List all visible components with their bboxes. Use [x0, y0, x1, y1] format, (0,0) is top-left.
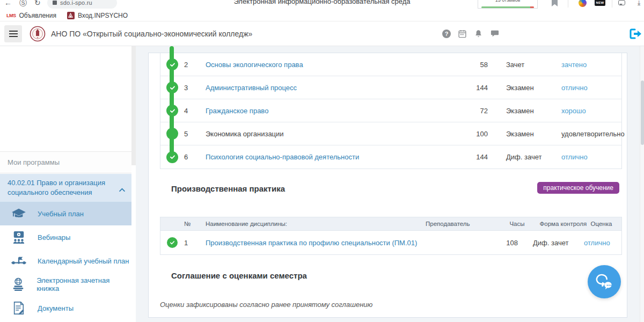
window-scrollbar[interactable] — [640, 46, 644, 322]
bookmarks-bar: LMS Объявления Вход.INPSYCHO — [0, 10, 644, 21]
sidebar-item-documents[interactable]: Документы — [0, 296, 131, 320]
bell-icon[interactable] — [474, 29, 483, 38]
bookmark-announcements[interactable]: LMS Объявления — [3, 12, 60, 19]
table-row: 2 Основы экологического права 58 Зачет з… — [160, 53, 621, 76]
bookmark-inpsycho[interactable]: Вход.INPSYCHO — [64, 12, 131, 19]
control-form: Диф. зачет — [522, 239, 584, 247]
sidebar-item-label: Электронная зачетная книжка — [36, 276, 131, 292]
discipline-name: Экономика организации — [206, 130, 436, 138]
section-title-practice: Производственная практика — [171, 184, 285, 193]
dot-badge-icon — [166, 128, 178, 140]
screen: ← Ⓢ ↻ sdo.i-spo.ru Электронная информаци… — [0, 0, 644, 322]
globe-books-icon — [0, 277, 36, 291]
sidebar-item-label: Календарный учебный план — [38, 257, 129, 265]
sidebar-item-label: Вебинары — [38, 233, 70, 241]
hours-value: 72 — [436, 107, 490, 115]
browser-chrome: ← Ⓢ ↻ sdo.i-spo.ru Электронная информаци… — [0, 0, 644, 10]
table-row: 6 Психология социально-правовой деятельн… — [160, 145, 621, 169]
practice-type-badge: практическое обучение — [537, 182, 619, 194]
sidebar: Мои программы 40.02.01 Право и организац… — [0, 46, 136, 322]
main-content: 2 Основы экологического права 58 Зачет з… — [136, 46, 640, 322]
bookmark-flag-icon[interactable] — [552, 0, 558, 6]
support-chat-button[interactable] — [588, 265, 621, 298]
hours-value: 144 — [436, 84, 490, 92]
chat-icon[interactable] — [490, 29, 500, 38]
row-number: 5 — [184, 130, 206, 138]
check-badge-icon — [166, 58, 178, 70]
webinar-icon — [0, 231, 38, 244]
page-title: Электронная информационно-образовательна… — [0, 0, 644, 5]
reviews-rating-bar — [481, 6, 534, 8]
grade-link[interactable]: отлично — [584, 239, 610, 247]
grade-value: удовлетворительно — [546, 130, 622, 138]
control-form: Экзамен — [490, 107, 546, 115]
control-form: Зачет — [490, 61, 546, 69]
sidebar-item-label: Учебный план — [38, 210, 84, 218]
scrollbar-thumb[interactable] — [641, 80, 644, 145]
discipline-link[interactable]: Психология социально-правовой деятельнос… — [206, 153, 359, 161]
table-row: 1 Производственная практика по профилю с… — [160, 231, 621, 254]
college-logo[interactable] — [30, 26, 46, 44]
app-header: АНО ПО «Открытый социально-экономический… — [0, 21, 644, 46]
sidebar-section-title: Мои программы — [0, 152, 131, 173]
header-icons: ? — [442, 29, 500, 38]
graduation-cap-icon — [0, 208, 38, 219]
hours-value: 100 — [436, 130, 490, 138]
chat-bubbles-icon — [594, 273, 614, 291]
practice-table: № Наименование дисциплины: Преподаватель… — [160, 217, 622, 255]
new-badge-extension[interactable]: NEW — [595, 0, 605, 6]
table-row: 3 Административный процесс 144 Экзамен о… — [160, 76, 621, 99]
col-header-teacher: Преподаватель — [426, 221, 470, 227]
discipline-link[interactable]: Гражданское право — [206, 107, 268, 115]
discipline-link[interactable]: Основы экологического права — [206, 61, 303, 69]
hours-value: 144 — [436, 153, 490, 161]
row-number: 6 — [184, 153, 206, 161]
control-form: Экзамен — [490, 84, 546, 92]
grade-link[interactable]: хорошо — [561, 107, 586, 115]
section-title-agreement: Соглашение с оценками семестра — [171, 271, 307, 280]
sidebar-item-curriculum[interactable]: Учебный план — [0, 202, 131, 225]
sidebar-scrollbar[interactable] — [131, 46, 136, 165]
col-header-grade: Оценка — [591, 221, 628, 227]
col-header-form: Форма контроля — [529, 221, 591, 227]
timeline-icon — [0, 255, 38, 266]
browser-extension-icon[interactable] — [579, 0, 587, 7]
discipline-link[interactable]: Административный процесс — [206, 84, 297, 92]
help-icon[interactable]: ? — [442, 30, 451, 38]
row-number: 3 — [184, 84, 206, 92]
sidebar-empty-panel — [0, 46, 131, 152]
sidebar-program-item[interactable]: 40.02.01 Право и организация социального… — [0, 174, 131, 202]
triangle-favicon — [67, 12, 75, 19]
control-form: Экзамен — [490, 130, 546, 138]
col-header-num: № — [184, 221, 206, 227]
grade-link[interactable]: отлично — [561, 84, 588, 92]
chat-extension-icon[interactable] — [618, 0, 625, 5]
curriculum-card: 2 Основы экологического права 58 Зачет з… — [148, 53, 627, 318]
reviews-extension[interactable]: 15 отзывов — [478, 0, 538, 9]
sidebar-nav: Учебный план Вебинары — [0, 202, 131, 320]
sidebar-item-gradebook[interactable]: Электронная зачетная книжка — [0, 273, 131, 296]
row-number: 1 — [184, 239, 206, 247]
sidebar-item-label: Документы — [38, 304, 74, 312]
org-title: АНО ПО «Открытый социально-экономический… — [51, 30, 252, 38]
grade-link[interactable]: зачтено — [561, 61, 587, 69]
chevron-up-icon — [119, 185, 125, 194]
row-number: 4 — [184, 107, 206, 115]
col-header-hours: Часы — [470, 221, 529, 227]
discipline-link[interactable]: Производственная практика по профилю спе… — [206, 239, 417, 247]
hours-value: 108 — [463, 239, 522, 247]
grade-link[interactable]: отлично — [561, 153, 588, 161]
logout-icon[interactable] — [628, 27, 642, 42]
agreement-note: Оценки зафиксированы согласно ранее прин… — [160, 301, 372, 309]
check-badge-icon — [166, 151, 178, 163]
download-icon[interactable]: ⤓ — [638, 0, 640, 6]
row-number: 2 — [184, 61, 206, 69]
sidebar-item-calendar-plan[interactable]: Календарный учебный план — [0, 249, 131, 273]
menu-toggle-button[interactable] — [4, 25, 22, 42]
hours-value: 58 — [436, 61, 490, 69]
divider — [612, 0, 612, 8]
calendar-icon[interactable] — [458, 29, 467, 38]
sidebar-item-webinars[interactable]: Вебинары — [0, 225, 131, 249]
lms-favicon: LMS — [6, 13, 16, 18]
check-badge-icon — [166, 82, 178, 93]
